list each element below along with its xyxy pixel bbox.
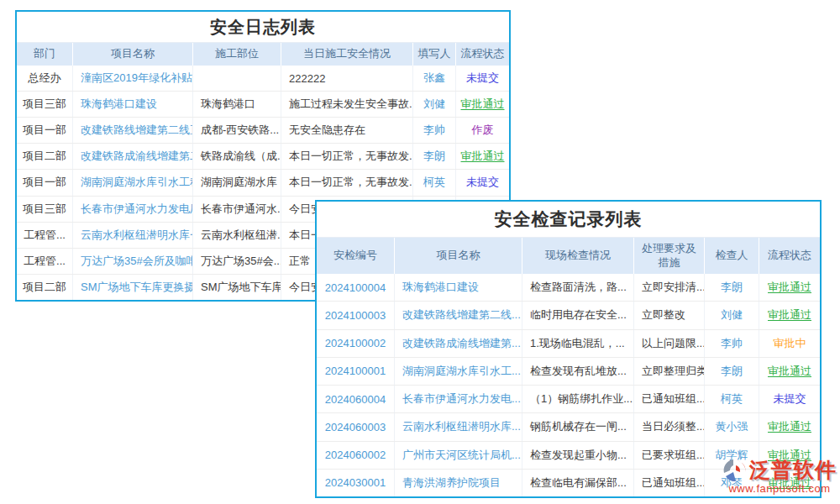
watermark: 泛普软件 www.fanpusoft.com <box>722 456 837 495</box>
cell-check-no-link[interactable]: 2024060004 <box>317 386 395 412</box>
cell-project-link[interactable]: 广州市天河区统计局机... <box>395 442 522 469</box>
table-row: 2024100004 珠海鹤港口建设 检查路面清洗，路... 立即安排清... … <box>317 274 820 301</box>
cell-site-inspection: 检查临电有漏保部... <box>522 470 634 496</box>
cell-flow-status[interactable]: 未提交 <box>759 386 820 412</box>
cell-measures: 当日必须整... <box>634 413 705 440</box>
cell-writer-link[interactable]: 李朗 <box>413 144 456 169</box>
cell-project-link[interactable]: 改建铁路成渝线增建第... <box>395 330 522 357</box>
cell-site-inspection: 临时用电存在安全... <box>522 302 634 328</box>
cell-check-no-link[interactable]: 2024100002 <box>317 330 395 357</box>
cell-project-link[interactable]: 改建铁路成渝线增建第二... <box>73 144 193 169</box>
cell-flow-status[interactable]: 未提交 <box>456 170 509 195</box>
cell-writer-link[interactable]: 柯英 <box>413 170 456 195</box>
cell-construction-part: 铁路成渝线（成... <box>193 144 281 169</box>
cell-flow-status: 作废 <box>456 118 509 143</box>
cell-construction-part <box>193 66 281 91</box>
cell-project-link[interactable]: 湖南洞庭湖水库引水工程... <box>73 170 193 195</box>
cell-project-link[interactable]: 改建铁路线增建第二线... <box>395 302 522 328</box>
cell-measures: 立即安排清... <box>634 274 705 301</box>
safety-log-table-title: 安全日志列表 <box>17 12 509 42</box>
cell-department: 项目三部 <box>17 92 73 117</box>
cell-project-link[interactable]: 青海洪湖养护院项目 <box>395 470 522 496</box>
cell-check-no-link[interactable]: 2024060002 <box>317 442 395 469</box>
cell-flow-status[interactable]: 审批通过 <box>759 302 820 328</box>
cell-construction-part: 云南水利枢纽潜... <box>193 223 281 248</box>
cell-flow-status[interactable]: 未提交 <box>456 66 509 91</box>
cell-flow-status: 审批中 <box>759 330 820 357</box>
cell-writer-link[interactable]: 刘健 <box>413 92 456 117</box>
cell-project-link[interactable]: 湖南洞庭湖水库引水工... <box>395 358 522 385</box>
cell-site-inspection: 钢筋机械存在一闸... <box>522 413 634 440</box>
cell-construction-part: 湖南洞庭湖水库 <box>193 170 281 195</box>
column-header-inspector: 检查人 <box>705 238 759 274</box>
cell-measures: 以上问题限... <box>634 330 705 357</box>
table-row: 项目一部 湖南洞庭湖水库引水工程... 湖南洞庭湖水库 本日一切正常，无事故发.… <box>17 169 509 195</box>
column-header-department: 部门 <box>17 43 73 66</box>
cell-flow-status[interactable]: 审批通过 <box>759 274 820 301</box>
table-row: 2024100001 湖南洞庭湖水库引水工... 检查发现有乱堆放... 立即整… <box>317 357 820 385</box>
table-row: 项目二部 改建铁路成渝线增建第二... 铁路成渝线（成... 本日一切正常，无事… <box>17 143 509 169</box>
watermark-brand: 泛普软件 <box>749 456 837 484</box>
cell-project-link[interactable]: 珠海鹤港口建设 <box>395 274 522 301</box>
cell-project-link[interactable]: 长春市伊通河水力发电厂... <box>73 197 193 222</box>
cell-department: 项目二部 <box>17 144 73 169</box>
cell-writer-link[interactable]: 李帅 <box>413 118 456 143</box>
cell-project-link[interactable]: 长春市伊通河水力发电... <box>395 386 522 412</box>
cell-project-link[interactable]: 万达广场35#会所及咖啡... <box>73 249 193 274</box>
cell-site-inspection: 检查发现有乱堆放... <box>522 358 634 385</box>
safety-check-table-panel: 安全检查记录列表 安检编号 项目名称 现场检查情况 处理要求及措施 检查人 流程… <box>315 200 822 498</box>
table-row: 2024100002 改建铁路成渝线增建第... 1.现场临电混乱，... 以上… <box>317 329 820 357</box>
table-row: 2024100003 改建铁路线增建第二线... 临时用电存在安全... 立即整… <box>317 301 820 328</box>
cell-construction-part: 珠海鹤港口 <box>193 92 281 117</box>
column-header-measures: 处理要求及措施 <box>634 238 705 274</box>
cell-daily-safety: 222222 <box>281 66 413 91</box>
cell-check-no-link[interactable]: 2024100004 <box>317 274 395 301</box>
cell-project-link[interactable]: SM广场地下车库更换摄... <box>73 275 193 300</box>
safety-log-table-header: 部门 项目名称 施工部位 当日施工安全情况 填写人 流程状态 <box>17 42 509 66</box>
cell-inspector-link[interactable]: 李朗 <box>705 274 759 301</box>
table-row: 2024060003 云南水利枢纽潜明水库... 钢筋机械存在一闸... 当日必… <box>317 412 820 440</box>
cell-writer-link[interactable]: 张鑫 <box>413 66 456 91</box>
cell-flow-status[interactable]: 审批通过 <box>759 358 820 385</box>
cell-department: 总经办 <box>17 66 73 91</box>
cell-construction-part: 成都-西安铁路... <box>193 118 281 143</box>
column-header-project-name: 项目名称 <box>73 43 193 66</box>
cell-project-link[interactable]: 云南水利枢纽潜明水库一... <box>73 223 193 248</box>
table-row: 项目一部 改建铁路线增建第二线直... 成都-西安铁路... 无安全隐患存在 李… <box>17 117 509 143</box>
column-header-site-inspection: 现场检查情况 <box>522 238 634 274</box>
cell-project-link[interactable]: 云南水利枢纽潜明水库... <box>395 413 522 440</box>
cell-project-link[interactable]: 珠海鹤港口建设 <box>73 92 193 117</box>
cell-check-no-link[interactable]: 2024060003 <box>317 413 395 440</box>
cell-inspector-link[interactable]: 柯英 <box>705 386 759 412</box>
cell-site-inspection: 检查发现起重小物... <box>522 442 634 469</box>
cell-check-no-link[interactable]: 2024100003 <box>317 302 395 328</box>
table-row: 总经办 潼南区2019年绿化补贴项... 222222 张鑫 未提交 <box>17 66 509 91</box>
cell-project-link[interactable]: 潼南区2019年绿化补贴项... <box>73 66 193 91</box>
cell-daily-safety: 无安全隐患存在 <box>281 118 413 143</box>
cell-department: 工程管... <box>17 223 73 248</box>
cell-site-inspection: 检查路面清洗，路... <box>522 274 634 301</box>
table-row: 2024060004 长春市伊通河水力发电... （1）钢筋绑扎作业... 已通… <box>317 385 820 412</box>
cell-department: 项目三部 <box>17 197 73 222</box>
cell-measures: 立即整改 <box>634 302 705 328</box>
cell-inspector-link[interactable]: 刘健 <box>705 302 759 328</box>
cell-measures: 已通知班组... <box>634 386 705 412</box>
cell-check-no-link[interactable]: 2024030001 <box>317 470 395 496</box>
cell-flow-status[interactable]: 审批通过 <box>759 413 820 440</box>
cell-site-inspection: 1.现场临电混乱，... <box>522 330 634 357</box>
fanpu-logo-icon <box>722 458 748 483</box>
cell-inspector-link[interactable]: 李帅 <box>705 330 759 357</box>
cell-inspector-link[interactable]: 李朗 <box>705 358 759 385</box>
cell-flow-status[interactable]: 审批通过 <box>456 144 509 169</box>
column-header-writer: 填写人 <box>413 43 456 66</box>
cell-daily-safety: 本日一切正常，无事故发... <box>281 144 413 169</box>
cell-department: 项目一部 <box>17 118 73 143</box>
watermark-top: 泛普软件 <box>722 456 837 484</box>
cell-flow-status[interactable]: 审批通过 <box>456 92 509 117</box>
column-header-check-no: 安检编号 <box>317 238 395 274</box>
cell-construction-part: 万达广场35#会... <box>193 249 281 274</box>
cell-check-no-link[interactable]: 2024100001 <box>317 358 395 385</box>
cell-project-link[interactable]: 改建铁路线增建第二线直... <box>73 118 193 143</box>
cell-inspector-link[interactable]: 黄小强 <box>705 413 759 440</box>
cell-site-inspection: （1）钢筋绑扎作业... <box>522 386 634 412</box>
